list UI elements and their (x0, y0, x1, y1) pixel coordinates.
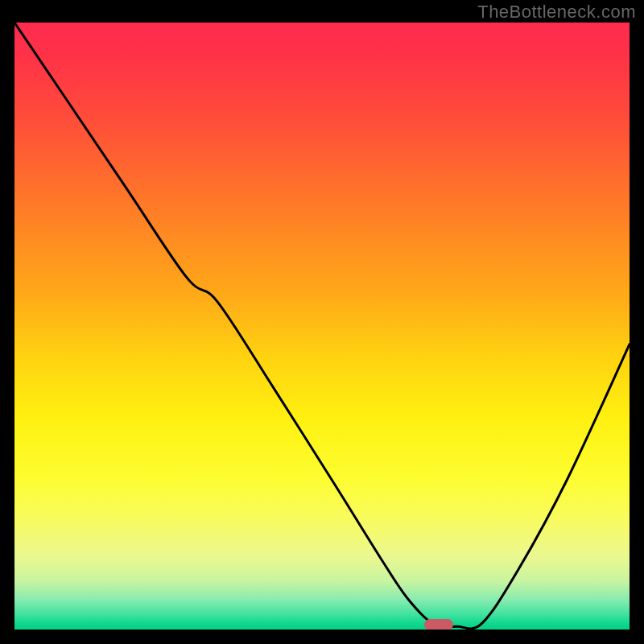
plot-area (14, 23, 630, 630)
watermark-text: TheBottleneck.com (477, 2, 636, 23)
bottleneck-curve (14, 23, 630, 630)
optimal-marker (424, 619, 453, 630)
chart-frame: TheBottleneck.com (0, 0, 644, 644)
